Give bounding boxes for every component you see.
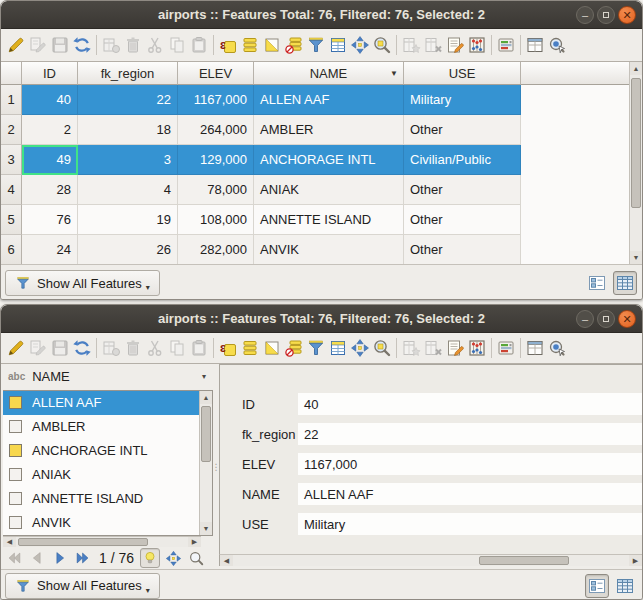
- table-cell-USE-row2[interactable]: Other: [404, 115, 521, 145]
- form-field-ELEV[interactable]: 1167,000: [298, 453, 642, 475]
- maximize-icon[interactable]: [597, 310, 615, 328]
- scroll-thumb[interactable]: [479, 556, 569, 565]
- table-cell-NAME-row6[interactable]: ANVIK: [254, 235, 404, 264]
- scroll-up-icon[interactable]: ▲: [200, 391, 212, 404]
- list-vertical-scrollbar[interactable]: ▲ ▼: [199, 391, 212, 535]
- feature-filter-button[interactable]: Show All Features ▾: [5, 573, 160, 599]
- table-cell-USE-row3[interactable]: Civilian/Public: [404, 145, 521, 175]
- feature-selection-indicator[interactable]: [9, 516, 22, 529]
- pan-to-selection-button[interactable]: [349, 337, 371, 359]
- feature-selection-indicator[interactable]: [9, 468, 22, 481]
- form-view-toggle[interactable]: [585, 574, 609, 598]
- close-icon[interactable]: ✕: [618, 310, 636, 328]
- select-by-expression-button[interactable]: ε: [217, 34, 239, 56]
- row-number-header[interactable]: 6: [1, 235, 22, 264]
- table-cell-ID-row1[interactable]: 40: [22, 85, 78, 115]
- table-cell-fk_region-row3[interactable]: 3: [78, 145, 178, 175]
- column-header-USE[interactable]: USE: [404, 62, 521, 85]
- feature-selection-indicator[interactable]: [9, 444, 22, 457]
- scroll-track[interactable]: [233, 555, 629, 566]
- table-cell-NAME-row2[interactable]: AMBLER: [254, 115, 404, 145]
- titlebar-top[interactable]: airports :: Features Total: 76, Filtered…: [1, 1, 642, 29]
- scroll-track[interactable]: [16, 537, 188, 548]
- form-field-NAME[interactable]: ALLEN AAF: [298, 483, 642, 505]
- table-cell-fk_region-row4[interactable]: 4: [78, 175, 178, 205]
- reload-button[interactable]: [71, 337, 93, 359]
- select-all-button[interactable]: [239, 34, 261, 56]
- last-feature-button[interactable]: [73, 548, 93, 568]
- minimize-icon[interactable]: –: [576, 6, 594, 24]
- form-horizontal-scrollbar[interactable]: ◀ ▶: [219, 554, 642, 566]
- table-cell-NAME-row5[interactable]: ANNETTE ISLAND: [254, 205, 404, 235]
- scroll-thumb[interactable]: [201, 406, 211, 462]
- select-all-button[interactable]: [239, 337, 261, 359]
- form-view-toggle[interactable]: [585, 271, 609, 295]
- table-cell-ELEV-row2[interactable]: 264,000: [178, 115, 254, 145]
- table-cell-ELEV-row6[interactable]: 282,000: [178, 235, 254, 264]
- feature-list-item[interactable]: ANIAK: [3, 463, 199, 487]
- list-field-selector[interactable]: abc NAME ▾: [1, 364, 213, 390]
- feature-selection-indicator[interactable]: [9, 396, 22, 409]
- pan-to-current-button[interactable]: [163, 548, 183, 568]
- form-field-fk_region[interactable]: 22: [298, 423, 642, 445]
- scroll-left-icon[interactable]: ◀: [220, 555, 233, 566]
- close-icon[interactable]: ✕: [618, 6, 636, 24]
- table-vertical-scrollbar[interactable]: ▲ ▼: [629, 62, 642, 264]
- deselect-all-button[interactable]: [283, 34, 305, 56]
- scroll-down-icon[interactable]: ▼: [200, 522, 212, 535]
- table-cell-ELEV-row3[interactable]: 129,000: [178, 145, 254, 175]
- feature-list-item[interactable]: ANCHORAGE INTL: [3, 439, 199, 463]
- feature-filter-button[interactable]: Show All Features ▾: [5, 270, 160, 296]
- table-cell-NAME-row1[interactable]: ALLEN AAF: [254, 85, 404, 115]
- table-cell-ID-row3[interactable]: 49: [22, 145, 78, 175]
- table-cell-fk_region-row6[interactable]: 26: [78, 235, 178, 264]
- table-cell-fk_region-row1[interactable]: 22: [78, 85, 178, 115]
- table-cell-USE-row5[interactable]: Other: [404, 205, 521, 235]
- column-header-NAME[interactable]: NAME▼: [254, 62, 404, 85]
- toggle-editing-button[interactable]: [5, 337, 27, 359]
- row-number-header[interactable]: 2: [1, 115, 22, 145]
- field-calculator-button[interactable]: [466, 337, 488, 359]
- next-feature-button[interactable]: [50, 548, 70, 568]
- scroll-up-icon[interactable]: ▲: [630, 62, 642, 75]
- filter-form-button[interactable]: [305, 34, 327, 56]
- deselect-all-button[interactable]: [283, 337, 305, 359]
- scroll-thumb[interactable]: [631, 78, 641, 208]
- zoom-to-selection-button[interactable]: [371, 337, 393, 359]
- dock-table-button[interactable]: [524, 337, 546, 359]
- table-cell-ELEV-row5[interactable]: 108,000: [178, 205, 254, 235]
- form-field-USE[interactable]: Military: [298, 513, 642, 535]
- scroll-track[interactable]: [200, 404, 212, 522]
- scroll-down-icon[interactable]: ▼: [630, 251, 642, 264]
- zoom-to-selection-button[interactable]: [371, 34, 393, 56]
- list-horizontal-scrollbar[interactable]: ◀ ▶: [3, 536, 201, 548]
- feature-list-item[interactable]: AMBLER: [3, 415, 199, 439]
- table-corner-cell[interactable]: [1, 62, 22, 85]
- table-cell-NAME-row3[interactable]: ANCHORAGE INTL: [254, 145, 404, 175]
- toggle-editing-button[interactable]: [5, 34, 27, 56]
- table-cell-USE-row4[interactable]: Other: [404, 175, 521, 205]
- minimize-icon[interactable]: –: [576, 310, 594, 328]
- row-number-header[interactable]: 1: [1, 85, 22, 115]
- table-cell-ID-row4[interactable]: 28: [22, 175, 78, 205]
- dock-table-button[interactable]: [524, 34, 546, 56]
- table-cell-ELEV-row4[interactable]: 78,000: [178, 175, 254, 205]
- table-view-toggle[interactable]: [613, 574, 637, 598]
- zoom-to-current-button[interactable]: [186, 548, 206, 568]
- scroll-thumb[interactable]: [18, 538, 148, 547]
- table-cell-fk_region-row2[interactable]: 18: [78, 115, 178, 145]
- titlebar-bottom[interactable]: airports :: Features Total: 76, Filtered…: [1, 305, 642, 333]
- scroll-right-icon[interactable]: ▶: [629, 555, 642, 566]
- conditional-formatting-button[interactable]: [495, 34, 517, 56]
- row-number-header[interactable]: 3: [1, 145, 22, 175]
- pan-to-selection-button[interactable]: [349, 34, 371, 56]
- scroll-left-icon[interactable]: ◀: [3, 537, 16, 548]
- scroll-track[interactable]: [630, 75, 642, 251]
- invert-selection-button[interactable]: [261, 34, 283, 56]
- table-view-toggle[interactable]: [613, 271, 637, 295]
- conditional-formatting-button[interactable]: [495, 337, 517, 359]
- actions-button[interactable]: [546, 34, 568, 56]
- edit-attributes-button[interactable]: [444, 34, 466, 56]
- table-cell-NAME-row4[interactable]: ANIAK: [254, 175, 404, 205]
- reload-button[interactable]: [71, 34, 93, 56]
